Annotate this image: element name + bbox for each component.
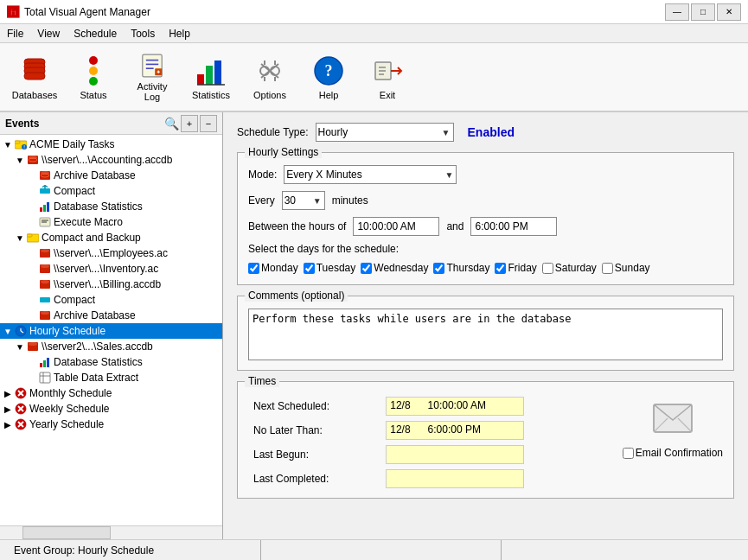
exec1-icon: [38, 215, 52, 229]
svg-point-54: [41, 249, 49, 252]
status-icon: [76, 54, 111, 88]
tree-item-compact1[interactable]: ▶ Compact: [0, 183, 222, 199]
monthly-label: Monthly Schedule: [29, 387, 112, 399]
compactbackup-label: Compact and Backup: [42, 232, 141, 244]
svg-point-4: [89, 56, 98, 65]
saturday-checkbox[interactable]: [542, 263, 553, 274]
toolbar-activity-log[interactable]: Activity Log: [125, 48, 180, 106]
mode-select-wrapper: Every X Minutes Every X Hours ▼: [284, 165, 457, 184]
every-select[interactable]: 30 15 45 60: [282, 191, 325, 210]
tree-view[interactable]: ▼ ! ACME Daily Tasks ▼ \\server\...\Acco…: [0, 135, 222, 525]
left-panel: Events 🔍 + − ▼ ! ACME Daily Tasks ▼: [0, 112, 223, 539]
compact2-icon: [38, 293, 52, 307]
tree-item-archive2[interactable]: ▶ Archive Database: [0, 308, 222, 323]
expander-weekly[interactable]: ▶: [2, 403, 14, 415]
day-thursday[interactable]: Thursday: [433, 262, 489, 274]
status-seg-2: [502, 540, 741, 561]
days-label: Select the days for the schedule:: [248, 243, 399, 255]
tree-item-dbstats2[interactable]: ▶ Database Statistics: [0, 354, 222, 370]
between-to-input[interactable]: [470, 217, 557, 236]
menu-schedule[interactable]: Schedule: [67, 24, 124, 42]
day-saturday[interactable]: Saturday: [542, 262, 597, 274]
tree-item-tabledata[interactable]: ▶ Table Data Extract: [0, 370, 222, 385]
expander-acme[interactable]: ▼: [2, 138, 14, 150]
hourly-settings-group: Hourly Settings Mode: Every X Minutes Ev…: [237, 152, 734, 285]
tree-item-compactbackup[interactable]: ▼ Compact and Backup: [0, 230, 222, 245]
thursday-checkbox[interactable]: [433, 263, 444, 274]
toolbar-status[interactable]: Status: [66, 48, 121, 106]
comments-textarea[interactable]: Perform these tasks while users are in t…: [248, 309, 723, 360]
minimize-button[interactable]: —: [665, 3, 689, 21]
tree-item-bill[interactable]: ▶ \\server\...\Billing.accdb: [0, 277, 222, 292]
schedule-type-select[interactable]: Hourly Daily Weekly Monthly: [316, 123, 454, 142]
day-monday[interactable]: Monday: [248, 262, 298, 274]
remove-event-button[interactable]: −: [200, 115, 217, 132]
svg-rect-70: [40, 372, 50, 383]
times-title: Times: [245, 375, 279, 387]
yearly-label: Yearly Schedule: [29, 418, 104, 430]
dbstats2-icon: [38, 355, 52, 369]
tree-item-monthly[interactable]: ▶ Monthly Schedule: [0, 385, 222, 401]
expander-compactbackup[interactable]: ▼: [14, 232, 26, 244]
times-label-1: No Later Than:: [248, 418, 380, 442]
tree-item-archive1[interactable]: ▶ Archive Database: [0, 168, 222, 183]
tree-item-acme[interactable]: ▼ ! ACME Daily Tasks: [0, 137, 222, 152]
svg-rect-14: [197, 74, 204, 85]
schedule-type-wrapper: Hourly Daily Weekly Monthly ▼: [316, 123, 454, 142]
expander-hourly[interactable]: ▼: [2, 325, 14, 337]
tree-item-hourly[interactable]: ▼ Hourly Schedule: [0, 323, 222, 339]
wednesday-checkbox[interactable]: [361, 263, 372, 274]
expander-accounting[interactable]: ▼: [14, 154, 26, 166]
expander-yearly[interactable]: ▶: [2, 418, 14, 430]
right-panel: Schedule Type: Hourly Daily Weekly Month…: [223, 112, 748, 539]
menu-view[interactable]: View: [30, 24, 67, 42]
tree-item-dbstats1[interactable]: ▶ Database Statistics: [0, 199, 222, 214]
svg-point-21: [271, 67, 279, 75]
tuesday-checkbox[interactable]: [304, 263, 315, 274]
times-value-1: 12/8 6:00:00 PM: [380, 418, 608, 442]
email-confirm-label[interactable]: Email Confirmation: [623, 447, 723, 459]
times-label-2: Last Begun:: [248, 442, 380, 467]
day-sunday[interactable]: Sunday: [602, 262, 650, 274]
tree-item-sales[interactable]: ▼ \\server2\...\Sales.accdb: [0, 339, 222, 354]
mode-select[interactable]: Every X Minutes Every X Hours: [284, 165, 457, 184]
comments-title: Comments (optional): [245, 290, 348, 302]
toolbar-exit[interactable]: Exit: [360, 48, 415, 106]
tree-item-compact2[interactable]: ▶ Compact: [0, 292, 222, 308]
tree-item-exec1[interactable]: ▶ Execute Macro: [0, 214, 222, 230]
dbstats1-icon: [38, 200, 52, 213]
day-wednesday[interactable]: Wednesday: [361, 262, 428, 274]
tree-scrollbar-h[interactable]: [0, 525, 222, 539]
monday-checkbox[interactable]: [248, 263, 259, 274]
add-event-button[interactable]: +: [181, 115, 198, 132]
weekly-icon: [14, 402, 28, 416]
close-button[interactable]: ✕: [717, 3, 741, 21]
menu-file[interactable]: File: [0, 24, 30, 42]
email-confirm-checkbox[interactable]: [623, 448, 634, 459]
between-row: Between the hours of and: [248, 217, 723, 236]
tree-item-inv[interactable]: ▶ \\server\...\Inventory.ac: [0, 261, 222, 277]
menu-tools[interactable]: Tools: [124, 24, 162, 42]
toolbar-statistics[interactable]: Statistics: [183, 48, 239, 106]
tree-item-weekly[interactable]: ▶ Weekly Schedule: [0, 401, 222, 417]
friday-checkbox[interactable]: [495, 263, 506, 274]
toolbar-options[interactable]: Options: [242, 48, 297, 106]
day-tuesday[interactable]: Tuesday: [304, 262, 356, 274]
emp-icon: [38, 246, 52, 260]
expander-monthly[interactable]: ▶: [2, 387, 14, 399]
toolbar-databases[interactable]: Databases: [7, 48, 62, 106]
expander-sales[interactable]: ▼: [14, 340, 26, 353]
day-friday[interactable]: Friday: [495, 262, 536, 274]
days-row: Select the days for the schedule:: [248, 243, 723, 255]
menu-help[interactable]: Help: [162, 24, 197, 42]
search-icon[interactable]: 🔍: [164, 117, 179, 130]
tree-item-emp[interactable]: ▶ \\server\...\Employees.ac: [0, 245, 222, 261]
tree-item-yearly[interactable]: ▶ Yearly Schedule: [0, 417, 222, 432]
sunday-checkbox[interactable]: [602, 263, 613, 274]
between-from-input[interactable]: [353, 217, 439, 236]
toolbar-help[interactable]: ? Help: [301, 48, 356, 106]
mode-label: Mode:: [248, 169, 277, 181]
tree-item-accounting[interactable]: ▼ \\server\...\Accounting.accdb: [0, 152, 222, 168]
svg-rect-34: [15, 141, 20, 143]
maximize-button[interactable]: □: [691, 3, 715, 21]
